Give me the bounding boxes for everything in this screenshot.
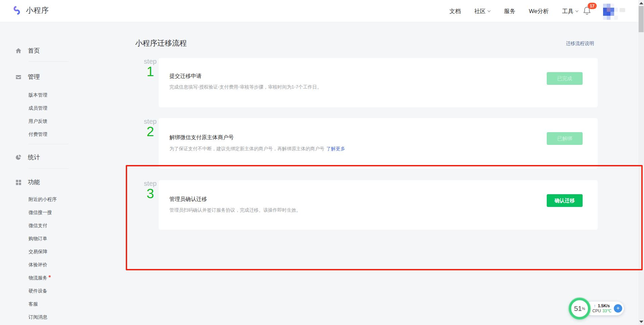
nav-services[interactable]: 服务 — [504, 7, 516, 15]
notification-count: 17 — [590, 4, 594, 8]
step-word: step — [142, 118, 159, 125]
sidebar-item-manage-label: 管理 — [28, 73, 40, 81]
sidebar-item-version-manage[interactable]: 版本管理 — [0, 92, 95, 99]
migration-help-link[interactable]: 迁移流程说明 — [566, 41, 594, 47]
learn-more-link[interactable]: 了解更多 — [326, 146, 345, 151]
sidebar-item-features-label: 功能 — [28, 178, 40, 186]
sidebar-item-trade-guarantee[interactable]: 交易保障 — [0, 248, 95, 256]
step-3-label: step 3 — [142, 180, 159, 200]
step-1-title: 提交迁移申请 — [169, 73, 202, 80]
sidebar-item-user-feedback[interactable]: 用户反馈 — [0, 118, 95, 125]
sidebar-item-wechat-search[interactable]: 微信搜一搜 — [0, 209, 95, 216]
sidebar-item-customer-service[interactable]: 客服 — [0, 301, 95, 308]
network-speed-value: 1.5K/s — [598, 304, 610, 308]
sidebar-item-hardware-devices[interactable]: 硬件设备 — [0, 287, 95, 295]
step-2-desc: 为了保证支付不中断，建议先绑定新主体的商户号，再解绑原主体的商户号了解更多 — [169, 146, 345, 152]
sidebar-subitem-label: 交易保障 — [29, 249, 47, 255]
sidebar-item-logistics-service[interactable]: 物流服务 — [0, 274, 95, 282]
home-icon — [15, 47, 22, 54]
page-title: 小程序迁移流程 — [135, 38, 187, 48]
cpu-temp-row: CPU 33℃ — [592, 309, 611, 313]
step-1-card: 提交迁移申请 完成信息填写-授权验证-支付费用-审核等步骤，审核时间为1-7个工… — [159, 58, 598, 107]
sidebar: 首页 管理 版本管理 成员管理 用户反馈 付费管理 统计 功能 附近的小程序 微… — [0, 22, 95, 325]
sidebar-subitem-label: 体验评价 — [29, 262, 47, 268]
sidebar-subitem-label: 成员管理 — [29, 105, 47, 111]
nav-community-label: 社区 — [474, 7, 486, 15]
miniprogram-logo-icon — [10, 4, 23, 17]
pie-chart-icon — [15, 154, 22, 161]
sidebar-item-statistics-label: 统计 — [28, 153, 40, 161]
network-speed-row: ↑ 1.5K/s — [594, 303, 610, 308]
step-3-card: 管理员确认迁移 管理员扫码确认并签订服务协议，完成迁移。该操作即时生效。 确认迁… — [159, 180, 598, 230]
sidebar-subitem-label: 微信支付 — [29, 223, 47, 229]
sidebar-item-shopping-orders[interactable]: 购物订单 — [0, 235, 95, 242]
new-badge-dot — [49, 275, 51, 277]
confirm-migration-button[interactable]: 确认迁移 — [547, 194, 583, 207]
step-2-desc-text: 为了保证支付不中断，建议先绑定新主体的商户号，再解绑原主体的商户号 — [169, 146, 324, 151]
step-2-card: 解绑微信支付原主体商户号 为了保证支付不中断，建议先绑定新主体的商户号，再解绑原… — [159, 118, 598, 169]
sidebar-subitem-label: 付费管理 — [29, 131, 47, 138]
sidebar-item-nearby-miniprogram[interactable]: 附近的小程序 — [0, 196, 95, 203]
memory-percent-ball[interactable]: 51 % — [569, 298, 590, 319]
sidebar-subitem-label: 客服 — [29, 301, 38, 307]
sidebar-item-wechat-pay[interactable]: 微信支付 — [0, 222, 95, 229]
sidebar-subitem-label: 购物订单 — [29, 236, 47, 242]
sidebar-subitem-label: 用户反馈 — [29, 118, 47, 124]
nav-docs-label: 文档 — [449, 7, 461, 15]
sidebar-item-manage[interactable]: 管理 — [0, 73, 95, 80]
logo-text: 小程序 — [26, 5, 49, 15]
step-3-desc: 管理员扫码确认并签订服务协议，完成迁移。该操作即时生效。 — [169, 207, 301, 213]
step-number: 1 — [142, 65, 159, 78]
sidebar-item-paid-manage[interactable]: 付费管理 — [0, 131, 95, 138]
monitor-plus-button[interactable]: + — [614, 304, 622, 313]
step-word: step — [142, 58, 159, 65]
upload-arrow-icon: ↑ — [594, 303, 596, 308]
vertical-scrollbar[interactable] — [638, 0, 644, 325]
step-1-desc: 完成信息填写-授权验证-支付费用-审核等步骤，审核时间为1-7个工作日。 — [169, 84, 322, 90]
step-1-label: step 1 — [142, 58, 159, 78]
step-2-title: 解绑微信支付原主体商户号 — [169, 134, 234, 141]
sidebar-item-statistics[interactable]: 统计 — [0, 154, 95, 161]
sidebar-item-home[interactable]: 首页 — [0, 47, 95, 54]
step-number: 3 — [142, 187, 159, 200]
sidebar-item-subscribe-messages[interactable]: 订阅消息 — [0, 314, 95, 321]
cpu-label: CPU — [592, 309, 601, 313]
nav-services-label: 服务 — [504, 7, 516, 15]
chevron-down-icon — [487, 10, 491, 12]
step-number: 2 — [142, 125, 159, 138]
scroll-down-arrow[interactable] — [639, 321, 643, 323]
sidebar-subitem-label: 附近的小程序 — [29, 197, 57, 203]
sidebar-divider — [29, 168, 69, 169]
step-1-done-button[interactable]: 已完成 — [547, 72, 583, 85]
system-monitor-widget: ↑ 1.5K/s CPU 33℃ + 51 % — [569, 298, 627, 321]
sidebar-divider — [29, 61, 69, 62]
chevron-down-icon — [575, 10, 579, 12]
nav-tools-label: 工具 — [562, 7, 574, 15]
step-2-done-button[interactable]: 已解绑 — [547, 132, 583, 145]
scrollbar-thumb[interactable] — [639, 6, 644, 32]
step-2-label: step 2 — [142, 118, 159, 138]
sidebar-item-features[interactable]: 功能 — [0, 178, 95, 186]
step-3-title: 管理员确认迁移 — [169, 196, 207, 203]
nav-we-analytics-label: We分析 — [529, 7, 549, 15]
cpu-temp-value: 33℃ — [602, 309, 611, 313]
header-nav: 文档 社区 服务 We分析 工具 — [449, 0, 579, 22]
sidebar-subitem-label: 物流服务 — [29, 275, 47, 281]
memory-percent-value: 51 — [574, 305, 582, 313]
top-header: 小程序 文档 社区 服务 We分析 工具 17 — [0, 0, 644, 22]
nav-tools[interactable]: 工具 — [562, 7, 579, 15]
nav-docs[interactable]: 文档 — [449, 7, 461, 15]
sidebar-subitem-label: 订阅消息 — [29, 314, 47, 320]
avatar-side-chip — [620, 8, 625, 12]
scroll-up-arrow[interactable] — [639, 2, 643, 4]
avatar[interactable] — [603, 4, 618, 20]
nav-community[interactable]: 社区 — [474, 7, 491, 15]
sidebar-item-home-label: 首页 — [28, 47, 40, 55]
step-word: step — [142, 180, 159, 187]
sidebar-subitem-label: 微信搜一搜 — [29, 210, 52, 216]
nav-we-analytics[interactable]: We分析 — [529, 7, 549, 15]
sidebar-item-member-manage[interactable]: 成员管理 — [0, 105, 95, 112]
sidebar-item-experience-rating[interactable]: 体验评价 — [0, 261, 95, 269]
app-logo[interactable]: 小程序 — [12, 5, 49, 16]
memory-percent-sign: % — [582, 307, 585, 311]
